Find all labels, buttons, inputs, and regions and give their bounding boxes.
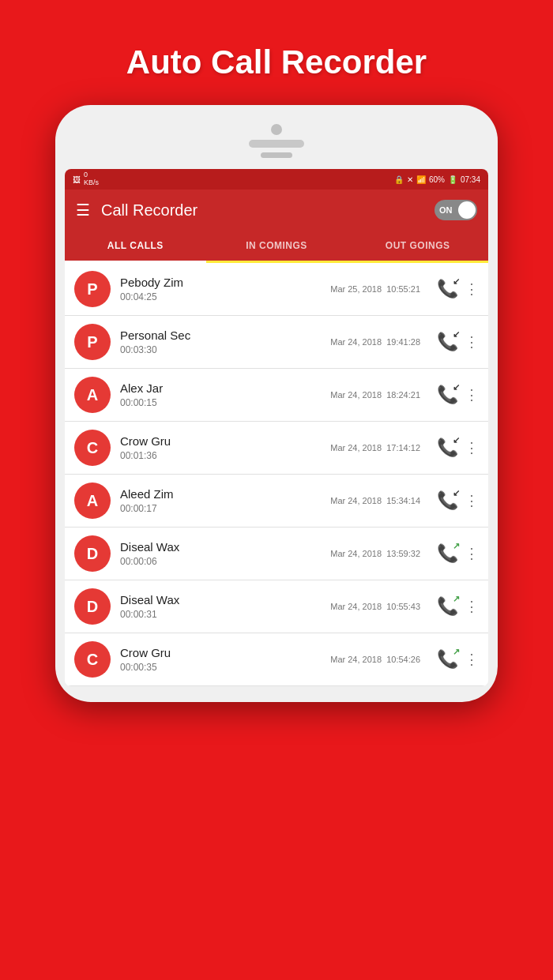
call-item: D Diseal Wax 00:00:31 Mar 24, 2018 10:55…: [65, 580, 488, 633]
contact-avatar: D: [74, 535, 111, 572]
call-actions: 📞 ↙ ⋮: [436, 331, 479, 353]
time-display: 07:34: [461, 175, 480, 184]
toggle-label: ON: [439, 205, 453, 215]
contact-avatar: D: [74, 588, 111, 625]
more-options-icon[interactable]: ⋮: [465, 651, 479, 668]
app-bar-title: Call Recorder: [101, 201, 198, 220]
call-meta: Mar 25, 2018 10:55:21: [330, 284, 420, 294]
call-info: Personal Sec 00:03:30: [120, 329, 321, 355]
kb-label: 0KB/s: [84, 171, 99, 187]
more-options-icon[interactable]: ⋮: [465, 280, 479, 298]
call-type-icon: 📞 ↙: [436, 278, 458, 300]
signal-bars: 📶: [416, 175, 426, 184]
call-duration: 00:00:31: [120, 609, 321, 620]
call-meta: Mar 24, 2018 10:54:26: [330, 655, 420, 664]
contact-name: Personal Sec: [120, 329, 321, 342]
contact-name: Crow Gru: [120, 434, 321, 448]
contact-name: Diseal Wax: [120, 540, 321, 554]
call-actions: 📞 ↗ ⋮: [436, 595, 479, 618]
call-date: Mar 25, 2018 10:55:21: [330, 284, 420, 294]
contact-name: Pebody Zim: [120, 276, 321, 289]
more-options-icon[interactable]: ⋮: [465, 333, 479, 351]
status-right: 🔒 ✕ 📶 60% 🔋 07:34: [394, 175, 480, 184]
call-date: Mar 24, 2018 13:59:32: [330, 549, 420, 558]
more-options-icon[interactable]: ⋮: [465, 492, 479, 509]
contact-name: Aleed Zim: [120, 487, 321, 501]
camera-dot: [271, 124, 282, 135]
call-item: A Aleed Zim 00:00:17 Mar 24, 2018 15:34:…: [65, 475, 488, 528]
contact-avatar: P: [74, 324, 111, 360]
contact-avatar: C: [74, 430, 111, 466]
contact-name: Diseal Wax: [120, 593, 321, 606]
call-item: C Crow Gru 00:01:36 Mar 24, 2018 17:14:1…: [65, 422, 488, 475]
call-info: Crow Gru 00:00:35: [120, 646, 321, 673]
speaker-grille: [249, 140, 304, 148]
more-options-icon[interactable]: ⋮: [465, 386, 479, 404]
call-actions: 📞 ↙ ⋮: [436, 437, 479, 459]
call-type-icon: 📞 ↙: [436, 384, 458, 406]
call-date: Mar 24, 2018 15:34:14: [330, 496, 420, 505]
phone-sensor: [261, 152, 292, 158]
call-duration: 00:00:06: [120, 556, 321, 567]
more-options-icon[interactable]: ⋮: [465, 545, 479, 562]
call-item: P Personal Sec 00:03:30 Mar 24, 2018 19:…: [65, 316, 488, 369]
app-bar: ☰ Call Recorder ON: [65, 190, 488, 231]
call-info: Alex Jar 00:00:15: [120, 381, 321, 408]
call-meta: Mar 24, 2018 13:59:32: [330, 549, 420, 558]
call-info: Crow Gru 00:01:36: [120, 434, 321, 461]
call-list: P Pebody Zim 00:04:25 Mar 25, 2018 10:55…: [65, 263, 488, 686]
call-actions: 📞 ↙ ⋮: [436, 384, 479, 406]
call-item: D Diseal Wax 00:00:06 Mar 24, 2018 13:59…: [65, 528, 488, 580]
app-bar-left: ☰ Call Recorder: [76, 201, 198, 220]
contact-avatar: A: [74, 482, 111, 519]
call-date: Mar 24, 2018 18:24:21: [330, 390, 420, 400]
tab-all-calls[interactable]: ALL CALLS: [65, 231, 206, 263]
call-duration: 00:00:15: [120, 397, 321, 408]
call-duration: 00:04:25: [120, 291, 321, 302]
app-title: Auto Call Recorder: [126, 43, 427, 81]
call-actions: 📞 ↙ ⋮: [436, 490, 479, 512]
contact-name: Alex Jar: [120, 381, 321, 395]
call-info: Diseal Wax 00:00:31: [120, 593, 321, 620]
call-meta: Mar 24, 2018 15:34:14: [330, 496, 420, 505]
battery-label: 60%: [429, 175, 445, 184]
call-type-icon: 📞 ↙: [436, 331, 458, 353]
menu-icon[interactable]: ☰: [76, 201, 90, 220]
call-duration: 00:00:35: [120, 662, 321, 673]
call-type-icon: 📞 ↙: [436, 437, 458, 459]
contact-avatar: A: [74, 377, 111, 413]
contact-avatar: C: [74, 641, 111, 678]
more-options-icon[interactable]: ⋮: [465, 598, 479, 615]
call-duration: 00:00:17: [120, 503, 321, 514]
phone-device: 🖼 0KB/s 🔒 ✕ 📶 60% 🔋 07:34 ☰ Call Recorde…: [55, 105, 498, 702]
battery-icon: 🔋: [448, 175, 457, 184]
phone-top: [65, 121, 488, 161]
call-item: A Alex Jar 00:00:15 Mar 24, 2018 18:24:2…: [65, 369, 488, 422]
call-meta: Mar 24, 2018 10:55:43: [330, 602, 420, 611]
call-actions: 📞 ↗ ⋮: [436, 648, 479, 670]
call-meta: Mar 24, 2018 18:24:21: [330, 390, 420, 400]
phone-screen: 🖼 0KB/s 🔒 ✕ 📶 60% 🔋 07:34 ☰ Call Recorde…: [65, 169, 488, 686]
call-type-icon: 📞 ↗: [436, 543, 458, 565]
call-item: C Crow Gru 00:00:35 Mar 24, 2018 10:54:2…: [65, 633, 488, 686]
call-type-icon: 📞 ↗: [436, 595, 458, 618]
call-actions: 📞 ↙ ⋮: [436, 278, 479, 300]
tab-in-comings[interactable]: IN COMINGS: [206, 231, 348, 263]
call-date: Mar 24, 2018 10:54:26: [330, 655, 420, 664]
call-duration: 00:01:36: [120, 450, 321, 461]
tab-out-goings[interactable]: OUT GOINGS: [347, 231, 488, 263]
contact-name: Crow Gru: [120, 646, 321, 659]
call-info: Diseal Wax 00:00:06: [120, 540, 321, 567]
call-info: Pebody Zim 00:04:25: [120, 276, 321, 302]
call-duration: 00:03:30: [120, 344, 321, 355]
notification-icon: 🖼: [73, 175, 81, 184]
call-item: P Pebody Zim 00:04:25 Mar 25, 2018 10:55…: [65, 263, 488, 316]
toggle-knob: [458, 201, 476, 219]
recorder-toggle[interactable]: ON: [434, 200, 477, 220]
lock-icon: 🔒: [394, 175, 404, 184]
more-options-icon[interactable]: ⋮: [465, 439, 479, 456]
tabs-bar: ALL CALLS IN COMINGS OUT GOINGS: [65, 231, 488, 263]
call-date: Mar 24, 2018 10:55:43: [330, 602, 420, 611]
call-type-icon: 📞 ↙: [436, 490, 458, 512]
status-left: 🖼 0KB/s: [73, 171, 99, 187]
